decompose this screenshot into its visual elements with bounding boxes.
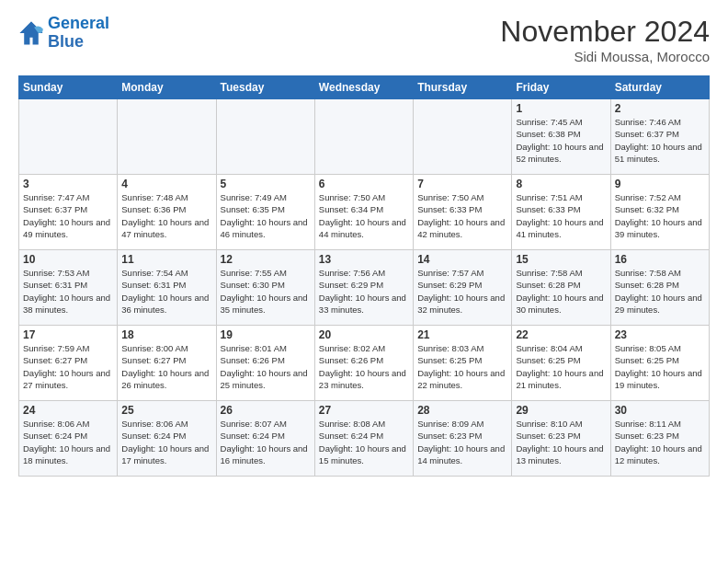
day-number: 15 [516, 253, 606, 266]
calendar-cell: 11Sunrise: 7:54 AM Sunset: 6:31 PM Dayli… [118, 250, 216, 326]
calendar-week-4: 24Sunrise: 8:06 AM Sunset: 6:24 PM Dayli… [19, 401, 710, 477]
calendar-cell: 19Sunrise: 8:01 AM Sunset: 6:26 PM Dayli… [216, 326, 314, 401]
calendar-cell: 27Sunrise: 8:08 AM Sunset: 6:24 PM Dayli… [314, 401, 413, 477]
day-info: Sunrise: 8:03 AM Sunset: 6:25 PM Dayligh… [417, 342, 507, 391]
day-number: 18 [121, 328, 211, 341]
day-number: 13 [319, 253, 409, 266]
month-title: November 2024 [500, 15, 710, 49]
header-sunday: Sunday [19, 76, 118, 99]
day-info: Sunrise: 7:59 AM Sunset: 6:27 PM Dayligh… [23, 342, 113, 391]
day-info: Sunrise: 7:58 AM Sunset: 6:28 PM Dayligh… [516, 267, 606, 316]
day-info: Sunrise: 7:50 AM Sunset: 6:34 PM Dayligh… [319, 191, 409, 240]
calendar-cell: 17Sunrise: 7:59 AM Sunset: 6:27 PM Dayli… [19, 326, 118, 401]
day-number: 4 [121, 178, 211, 190]
day-info: Sunrise: 8:08 AM Sunset: 6:24 PM Dayligh… [319, 418, 409, 466]
day-info: Sunrise: 7:55 AM Sunset: 6:30 PM Dayligh… [221, 267, 311, 316]
calendar-cell: 8Sunrise: 7:51 AM Sunset: 6:33 PM Daylig… [512, 175, 610, 250]
calendar-cell: 29Sunrise: 8:10 AM Sunset: 6:23 PM Dayli… [512, 401, 610, 477]
logo-line2: Blue [48, 33, 109, 52]
day-number: 16 [615, 253, 705, 266]
day-number: 28 [417, 404, 507, 417]
day-info: Sunrise: 7:50 AM Sunset: 6:33 PM Dayligh… [417, 191, 507, 240]
calendar-cell [19, 99, 118, 175]
day-info: Sunrise: 7:48 AM Sunset: 6:36 PM Dayligh… [121, 191, 211, 240]
day-number: 21 [417, 328, 507, 341]
day-info: Sunrise: 8:02 AM Sunset: 6:26 PM Dayligh… [319, 342, 409, 391]
location-subtitle: Sidi Moussa, Morocco [500, 49, 710, 64]
calendar-cell [216, 99, 314, 175]
calendar-week-1: 3Sunrise: 7:47 AM Sunset: 6:37 PM Daylig… [19, 175, 710, 250]
calendar-cell: 1Sunrise: 7:45 AM Sunset: 6:38 PM Daylig… [512, 99, 610, 175]
day-number: 3 [23, 178, 113, 190]
title-section: November 2024 Sidi Moussa, Morocco [500, 15, 710, 64]
day-number: 26 [221, 404, 311, 417]
day-info: Sunrise: 8:06 AM Sunset: 6:24 PM Dayligh… [23, 418, 113, 466]
calendar-cell: 24Sunrise: 8:06 AM Sunset: 6:24 PM Dayli… [19, 401, 118, 477]
header-thursday: Thursday [414, 76, 512, 99]
calendar-cell: 23Sunrise: 8:05 AM Sunset: 6:25 PM Dayli… [610, 326, 709, 401]
day-info: Sunrise: 7:49 AM Sunset: 6:35 PM Dayligh… [221, 191, 311, 240]
day-info: Sunrise: 7:58 AM Sunset: 6:28 PM Dayligh… [615, 267, 705, 316]
calendar-table: SundayMondayTuesdayWednesdayThursdayFrid… [18, 75, 710, 477]
header-tuesday: Tuesday [216, 76, 314, 99]
day-number: 5 [221, 178, 311, 190]
day-info: Sunrise: 8:00 AM Sunset: 6:27 PM Dayligh… [121, 342, 211, 391]
calendar-cell: 16Sunrise: 7:58 AM Sunset: 6:28 PM Dayli… [610, 250, 709, 326]
logo-icon [18, 20, 44, 46]
day-number: 19 [221, 328, 311, 341]
calendar-cell: 25Sunrise: 8:06 AM Sunset: 6:24 PM Dayli… [118, 401, 216, 477]
day-number: 2 [615, 102, 705, 115]
day-info: Sunrise: 8:04 AM Sunset: 6:25 PM Dayligh… [516, 342, 606, 391]
calendar-week-2: 10Sunrise: 7:53 AM Sunset: 6:31 PM Dayli… [19, 250, 710, 326]
day-number: 30 [615, 404, 705, 417]
day-info: Sunrise: 8:10 AM Sunset: 6:23 PM Dayligh… [516, 418, 606, 466]
day-info: Sunrise: 7:53 AM Sunset: 6:31 PM Dayligh… [23, 267, 113, 316]
calendar-cell: 20Sunrise: 8:02 AM Sunset: 6:26 PM Dayli… [314, 326, 413, 401]
day-number: 27 [319, 404, 409, 417]
day-info: Sunrise: 8:01 AM Sunset: 6:26 PM Dayligh… [221, 342, 311, 391]
day-info: Sunrise: 7:56 AM Sunset: 6:29 PM Dayligh… [319, 267, 409, 316]
logo: General Blue [18, 15, 109, 52]
day-number: 8 [516, 178, 606, 190]
day-info: Sunrise: 8:11 AM Sunset: 6:23 PM Dayligh… [615, 418, 705, 466]
day-number: 20 [319, 328, 409, 341]
page-container: General Blue November 2024 Sidi Moussa, … [0, 0, 728, 486]
header-saturday: Saturday [610, 76, 709, 99]
calendar-cell: 21Sunrise: 8:03 AM Sunset: 6:25 PM Dayli… [414, 326, 512, 401]
calendar-header-row: SundayMondayTuesdayWednesdayThursdayFrid… [19, 76, 710, 99]
calendar-cell: 9Sunrise: 7:52 AM Sunset: 6:32 PM Daylig… [610, 175, 709, 250]
calendar-week-3: 17Sunrise: 7:59 AM Sunset: 6:27 PM Dayli… [19, 326, 710, 401]
day-number: 11 [121, 253, 211, 266]
calendar-cell: 6Sunrise: 7:50 AM Sunset: 6:34 PM Daylig… [314, 175, 413, 250]
calendar-cell: 30Sunrise: 8:11 AM Sunset: 6:23 PM Dayli… [610, 401, 709, 477]
calendar-cell: 15Sunrise: 7:58 AM Sunset: 6:28 PM Dayli… [512, 250, 610, 326]
day-info: Sunrise: 8:05 AM Sunset: 6:25 PM Dayligh… [615, 342, 705, 391]
calendar-week-0: 1Sunrise: 7:45 AM Sunset: 6:38 PM Daylig… [19, 99, 710, 175]
day-info: Sunrise: 7:45 AM Sunset: 6:38 PM Dayligh… [516, 116, 606, 165]
day-number: 23 [615, 328, 705, 341]
calendar-cell: 4Sunrise: 7:48 AM Sunset: 6:36 PM Daylig… [118, 175, 216, 250]
day-info: Sunrise: 7:54 AM Sunset: 6:31 PM Dayligh… [121, 267, 211, 316]
day-info: Sunrise: 8:09 AM Sunset: 6:23 PM Dayligh… [417, 418, 507, 466]
calendar-cell: 7Sunrise: 7:50 AM Sunset: 6:33 PM Daylig… [414, 175, 512, 250]
calendar-cell [118, 99, 216, 175]
calendar-cell: 3Sunrise: 7:47 AM Sunset: 6:37 PM Daylig… [19, 175, 118, 250]
logo-text: General Blue [48, 15, 109, 52]
calendar-cell: 5Sunrise: 7:49 AM Sunset: 6:35 PM Daylig… [216, 175, 314, 250]
day-info: Sunrise: 8:06 AM Sunset: 6:24 PM Dayligh… [121, 418, 211, 466]
calendar-cell: 22Sunrise: 8:04 AM Sunset: 6:25 PM Dayli… [512, 326, 610, 401]
calendar-cell [314, 99, 413, 175]
day-number: 12 [221, 253, 311, 266]
day-number: 24 [23, 404, 113, 417]
day-info: Sunrise: 7:51 AM Sunset: 6:33 PM Dayligh… [516, 191, 606, 240]
day-number: 1 [516, 102, 606, 115]
header: General Blue November 2024 Sidi Moussa, … [18, 15, 710, 64]
day-number: 9 [615, 178, 705, 190]
day-number: 7 [417, 178, 507, 190]
calendar-cell: 2Sunrise: 7:46 AM Sunset: 6:37 PM Daylig… [610, 99, 709, 175]
calendar-cell: 10Sunrise: 7:53 AM Sunset: 6:31 PM Dayli… [19, 250, 118, 326]
calendar-cell: 18Sunrise: 8:00 AM Sunset: 6:27 PM Dayli… [118, 326, 216, 401]
calendar-cell: 12Sunrise: 7:55 AM Sunset: 6:30 PM Dayli… [216, 250, 314, 326]
day-info: Sunrise: 7:47 AM Sunset: 6:37 PM Dayligh… [23, 191, 113, 240]
calendar-cell: 14Sunrise: 7:57 AM Sunset: 6:29 PM Dayli… [414, 250, 512, 326]
